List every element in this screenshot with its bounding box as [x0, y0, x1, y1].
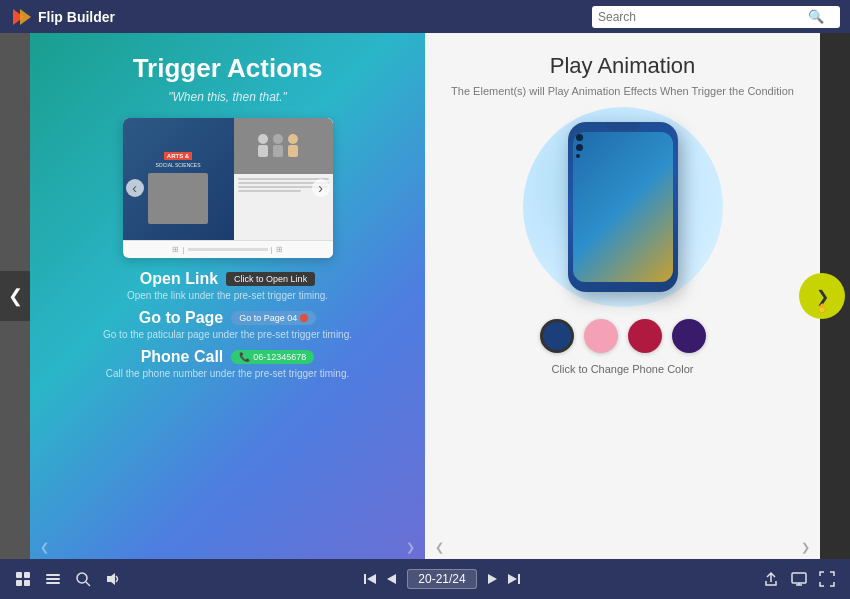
first-page-button[interactable] — [363, 572, 377, 586]
svg-marker-23 — [508, 574, 517, 584]
swatch-label: Click to Change Phone Color — [552, 363, 694, 375]
svg-rect-18 — [364, 574, 366, 584]
svg-rect-24 — [792, 573, 806, 583]
svg-rect-5 — [273, 145, 283, 157]
phone-circle-bg — [523, 107, 723, 307]
swatch-4[interactable] — [672, 319, 706, 353]
camera-flash — [576, 154, 580, 158]
search-box[interactable]: 🔍 — [592, 6, 840, 28]
phone-call-title: Phone Call — [141, 348, 224, 366]
bottom-page-right[interactable]: ❯ — [406, 541, 415, 554]
list-icon — [45, 571, 61, 587]
flipbook-inner: ARTS & SOCIAL SCIENCES — [123, 118, 333, 258]
left-page-subtitle: "When this, then that." — [168, 90, 287, 104]
swatch-3[interactable] — [628, 319, 662, 353]
page-left: Trigger Actions "When this, then that." … — [30, 33, 425, 559]
sound-button[interactable] — [105, 571, 121, 587]
phone-call-desc: Call the phone number under the pre-set … — [45, 368, 410, 379]
prev-page-button[interactable] — [385, 572, 399, 586]
open-link-desc: Open the link under the pre-set trigger … — [45, 290, 410, 301]
flip-left-btn[interactable]: ‹ — [126, 179, 144, 197]
phone-screen — [573, 132, 673, 282]
svg-rect-3 — [258, 145, 268, 157]
action-phone-call: Phone Call 📞 06-12345678 Call the phone … — [45, 348, 410, 379]
topbar: Flip Builder 🔍 — [0, 0, 850, 33]
svg-marker-19 — [367, 574, 376, 584]
toolbar-center: 20-21/24 — [363, 569, 520, 589]
svg-marker-17 — [107, 573, 115, 585]
next-page-button[interactable] — [485, 572, 499, 586]
phone-mockup — [568, 122, 678, 292]
right-page-title: Play Animation — [550, 53, 696, 79]
zoom-button[interactable] — [75, 571, 91, 587]
page-right: Play Animation The Element(s) will Play … — [425, 33, 820, 559]
svg-rect-22 — [518, 574, 520, 584]
svg-rect-12 — [46, 574, 60, 576]
screen-icon — [791, 571, 807, 587]
go-to-page-label: Go to Page 04 — [239, 313, 297, 323]
camera-lens-1 — [576, 134, 583, 141]
last-page-icon — [507, 572, 521, 586]
next-page-icon — [485, 572, 499, 586]
grid-view-button[interactable] — [15, 571, 31, 587]
phone-call-button[interactable]: 📞 06-12345678 — [231, 350, 314, 364]
svg-rect-7 — [288, 145, 298, 157]
svg-point-15 — [77, 573, 87, 583]
flip-right-btn[interactable]: › — [312, 179, 330, 197]
list-view-button[interactable] — [45, 571, 61, 587]
search-input[interactable] — [598, 10, 808, 24]
color-swatches — [540, 319, 706, 353]
page-indicator[interactable]: 20-21/24 — [407, 569, 476, 589]
dot-red-icon — [300, 314, 308, 322]
action-items: Open Link Click to Open Link Open the li… — [45, 270, 410, 379]
svg-point-4 — [273, 134, 283, 144]
go-to-page-button[interactable]: Go to Page 04 — [231, 311, 316, 325]
svg-rect-8 — [16, 572, 22, 578]
action-open-link: Open Link Click to Open Link Open the li… — [45, 270, 410, 301]
fullscreen-button[interactable] — [819, 571, 835, 587]
phone-icon: 📞 — [239, 352, 250, 362]
svg-rect-14 — [46, 582, 60, 584]
phone-notch — [605, 122, 640, 130]
open-link-button[interactable]: Click to Open Link — [226, 272, 315, 286]
screen-button[interactable] — [791, 571, 807, 587]
right-page-desc: The Element(s) will Play Animation Effec… — [451, 85, 794, 97]
main-area: ❮ Trigger Actions "When this, then that.… — [0, 33, 850, 559]
bottom-toolbar: 20-21/24 — [0, 559, 850, 599]
svg-rect-10 — [16, 580, 22, 586]
nav-left-arrow[interactable]: ❮ — [0, 271, 30, 321]
bottom-page-left[interactable]: ❮ — [40, 541, 49, 554]
logo-icon — [10, 6, 32, 28]
share-button[interactable] — [763, 571, 779, 587]
open-link-title: Open Link — [140, 270, 218, 288]
swatch-2[interactable] — [584, 319, 618, 353]
sound-icon — [105, 571, 121, 587]
last-page-button[interactable] — [507, 572, 521, 586]
flipbook-preview: ARTS & SOCIAL SCIENCES — [123, 118, 333, 258]
svg-line-16 — [86, 582, 90, 586]
zoom-icon — [75, 571, 91, 587]
swatch-1[interactable] — [540, 319, 574, 353]
svg-marker-20 — [387, 574, 396, 584]
svg-rect-9 — [24, 572, 30, 578]
book-container: Trigger Actions "When this, then that." … — [30, 33, 820, 559]
fullscreen-icon — [819, 571, 835, 587]
action-go-to-page: Go to Page Go to Page 04 Go to the patic… — [45, 309, 410, 340]
right-bottom-page-right[interactable]: ❯ — [801, 541, 810, 554]
svg-rect-11 — [24, 580, 30, 586]
mini-sub: SOCIAL SCIENCES — [155, 162, 200, 168]
nav-right-arrow[interactable]: ❯ ✋ — [799, 273, 845, 319]
flipbook-controls: ⊞| |⊞ — [123, 240, 333, 258]
go-to-page-desc: Go to the paticular page under the pre-s… — [45, 329, 410, 340]
first-page-icon — [363, 572, 377, 586]
left-page-title: Trigger Actions — [133, 53, 323, 84]
svg-point-2 — [258, 134, 268, 144]
right-bottom-page-left[interactable]: ❮ — [435, 541, 444, 554]
svg-point-6 — [288, 134, 298, 144]
share-icon — [763, 571, 779, 587]
search-button[interactable]: 🔍 — [808, 9, 824, 24]
svg-rect-13 — [46, 578, 60, 580]
toolbar-right — [763, 571, 835, 587]
logo-area: Flip Builder — [10, 6, 115, 28]
go-to-page-title: Go to Page — [139, 309, 223, 327]
